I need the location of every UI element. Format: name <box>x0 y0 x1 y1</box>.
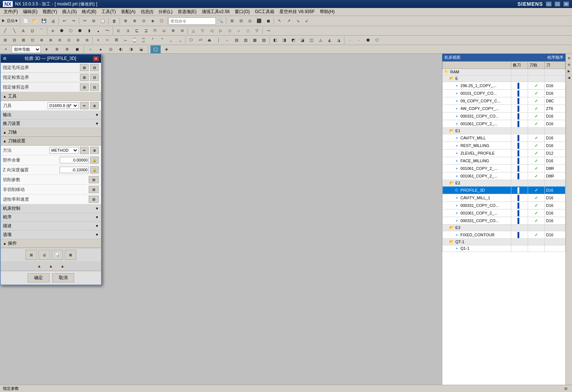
table-row[interactable]: 🔹 Q1-1 <box>443 245 565 252</box>
tb3-icon24[interactable]: ⏐ <box>214 36 223 44</box>
far-right-btn2[interactable]: ⊗ <box>566 62 572 68</box>
specify-trim-btn2[interactable]: ⊟ <box>90 83 99 91</box>
table-row[interactable]: 🔹 00101_COPY_CO...▌✓D16 <box>443 90 565 97</box>
menu-view[interactable]: 视图(Y) <box>40 8 59 16</box>
tb2-icon29[interactable]: ⊸ <box>264 27 273 35</box>
tb3-icon20[interactable]: ⌟ <box>176 36 184 44</box>
output-section-header[interactable]: 输出 ▼ <box>1 111 101 119</box>
viewport-container[interactable]: ZM XM YM ZC XC <box>0 54 442 392</box>
op-icon2[interactable]: ◎ <box>39 250 50 260</box>
tb2-icon10[interactable]: ⧫ <box>85 27 93 35</box>
menu-preferences[interactable]: 首选项(E) <box>176 8 199 16</box>
tb3-icon21[interactable]: ⎔ <box>187 36 196 44</box>
tb2-icon12[interactable]: 〜 <box>103 27 112 35</box>
tb3-icon35[interactable]: ◬ <box>316 36 325 44</box>
tb3-icon3[interactable]: ⊠ <box>19 36 28 44</box>
tb-snap3[interactable]: ↘ <box>293 17 302 25</box>
cut-params-btn[interactable]: ⊞ <box>89 176 99 183</box>
menu-assembly[interactable]: 装配(A) <box>119 8 138 16</box>
far-right-btn1[interactable]: ⊕ <box>566 55 572 61</box>
desc-header[interactable]: 描述 ▼ <box>1 222 101 230</box>
menu-insert[interactable]: 插入(S) <box>60 8 79 16</box>
tb3-icon7[interactable]: ⊘ <box>55 36 64 44</box>
tb2-icon9[interactable]: ⬢ <box>76 27 84 35</box>
op-icon3[interactable]: 📊 <box>52 250 63 260</box>
specify-check-btn1[interactable]: ⊞ <box>80 74 89 81</box>
menu-window[interactable]: 窗口(O) <box>233 8 252 16</box>
tb-icon4[interactable]: ◈ <box>148 17 157 25</box>
part-stock-input[interactable] <box>60 157 89 163</box>
feed-speed-btn[interactable]: ⊞ <box>89 196 99 203</box>
tb-icon3[interactable]: ⊙ <box>139 17 148 25</box>
tb2-icon16[interactable]: ⊒ <box>141 27 150 35</box>
tb3-icon9[interactable]: ⊚ <box>73 36 82 44</box>
tb-open[interactable]: 📂 <box>31 17 39 25</box>
dialog-titlebar[interactable]: ⚙ 轮廓 3D — [PROFILE_3D] ✕ <box>1 54 101 63</box>
tb2-icon17[interactable]: ⊓ <box>150 27 159 35</box>
tb3-icon22[interactable]: ⏎ <box>196 36 205 44</box>
tb3-icon25[interactable]: ⏑ <box>223 36 232 44</box>
tb-copy[interactable]: ⧉ <box>89 17 98 25</box>
tb2-icon8[interactable]: ⬡ <box>67 27 75 35</box>
tool-btn2[interactable]: ⊕ <box>90 102 99 109</box>
table-row[interactable]: 🔹 000331_COPY_CO...▌✓D16 <box>443 202 565 209</box>
tb-view2[interactable]: ⊟ <box>237 17 245 25</box>
mode-icon9[interactable]: ◑ <box>127 45 136 53</box>
mode-combo[interactable]: 部件导航 <box>12 46 41 53</box>
tb-icon2[interactable]: ⊗ <box>130 17 139 25</box>
table-row[interactable]: 📂 E3 <box>443 225 565 231</box>
tb2-icon6[interactable]: ⌀ <box>48 27 57 35</box>
menu-gctoolbox[interactable]: GC工具箱 <box>253 8 277 16</box>
tb2-icon3[interactable]: A <box>19 27 28 35</box>
table-row[interactable]: 🔷 PROFILE_3D▌✓D16 <box>443 187 565 194</box>
chevron1[interactable]: ▲ <box>35 262 44 270</box>
chevron2[interactable]: ▲ <box>47 262 55 270</box>
specify-blank-btn2[interactable]: ⊟ <box>90 64 99 71</box>
tb3-icon38[interactable]: ⬝ <box>346 36 354 44</box>
table-row[interactable]: 📁 RAM <box>443 69 565 75</box>
tb-redo[interactable]: ↪ <box>69 17 78 25</box>
tb3-icon11[interactable]: ⌖ <box>94 36 102 44</box>
tb2-icon14[interactable]: ⊐ <box>123 27 132 35</box>
mode-icon11[interactable]: ◈ <box>162 45 171 53</box>
tb2-icon21[interactable]: △ <box>189 27 198 35</box>
table-row[interactable]: 🔹 000331_COPY_CO...▌✓D16 <box>443 113 565 120</box>
mode-icon5[interactable]: ○ <box>86 45 95 53</box>
tb3-icon14[interactable]: ⌙ <box>121 36 130 44</box>
table-row[interactable]: 📂 QT-1 <box>443 239 565 245</box>
tb3-icon16[interactable]: ⌛ <box>139 36 148 44</box>
tb-snap4[interactable]: ↙ <box>302 17 311 25</box>
tb-snap2[interactable]: ↗ <box>284 17 293 25</box>
tb3-icon36[interactable]: ◭ <box>325 36 334 44</box>
tb3-icon13[interactable]: ⌘ <box>112 36 121 44</box>
table-row[interactable]: 🔹 CAVITY_MILL_1▌✓D16 <box>443 194 565 202</box>
tb2-icon24[interactable]: ▷ <box>216 27 225 35</box>
tb-snap1[interactable]: ↖ <box>275 17 284 25</box>
program-header[interactable]: 程序 ▼ <box>1 213 101 222</box>
tb2-icon15[interactable]: ⊑ <box>132 27 141 35</box>
tb3-icon18[interactable]: ⌝ <box>157 36 166 44</box>
menu-analysis[interactable]: 分析(L) <box>156 8 175 16</box>
search-btn[interactable]: 🔍 <box>216 17 225 25</box>
tb2-icon25[interactable]: ◇ <box>225 27 234 35</box>
op-icon1[interactable]: ⊞ <box>25 250 37 260</box>
mode-icon6[interactable]: ● <box>96 45 105 53</box>
table-row[interactable]: 🔹 296-25_1_COPY_...▌✓D16 <box>443 82 565 90</box>
operation-table[interactable]: 换刀 刀轨 刀 📁 RAM📂 E🔹 296-25_1_COPY_...▌✓D16… <box>442 61 565 392</box>
ok-btn[interactable]: 确定 <box>28 273 49 282</box>
tb2-icon19[interactable]: ⊕ <box>169 27 177 35</box>
tb-save[interactable]: 💾 <box>40 17 48 25</box>
tb-undo[interactable]: ↩ <box>60 17 69 25</box>
tb3-icon41[interactable]: ⬠ <box>373 36 382 44</box>
table-row[interactable]: 📂 E1 <box>443 128 565 134</box>
tb3-icon32[interactable]: ◩ <box>289 36 298 44</box>
tb3-icon12[interactable]: ⌗ <box>103 36 112 44</box>
mode-icon4[interactable]: ◼ <box>73 45 81 53</box>
tb3-icon2[interactable]: ⊟ <box>10 36 19 44</box>
tb3-icon6[interactable]: ⊗ <box>46 36 55 44</box>
tb2-icon5[interactable]: ⌒ <box>37 27 46 35</box>
table-row[interactable]: 🔹 FIXED_CONTOUR▌✓D10 <box>443 231 565 239</box>
far-right-btn3[interactable]: ▶ <box>566 68 572 74</box>
tb-cut[interactable]: ✂ <box>80 17 89 25</box>
tb3-icon19[interactable]: ⌞ <box>166 36 175 44</box>
